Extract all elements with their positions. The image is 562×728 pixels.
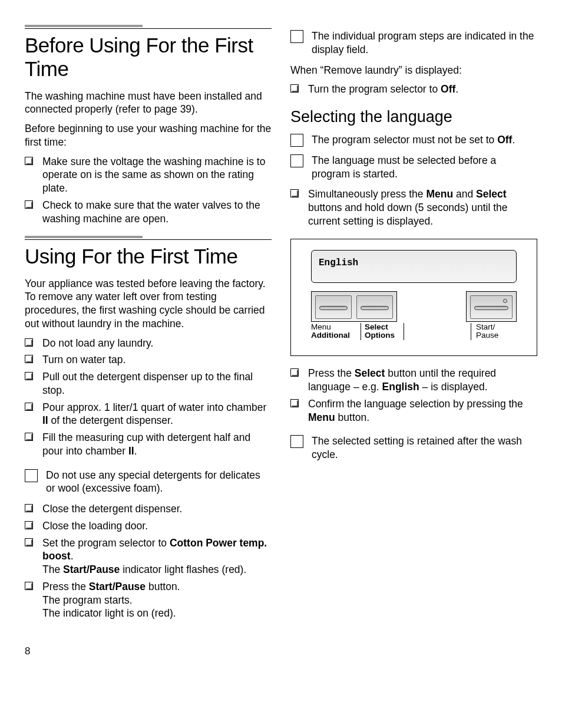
list-item: Simultaneously press the Menu and Select…: [290, 187, 537, 228]
heading-using-first-time: Using For the First Time: [25, 245, 272, 268]
list-item: Do not load any laundry.: [25, 337, 272, 350]
list-item: Check to make sure that the water valves…: [25, 199, 272, 226]
thin-rule: [25, 28, 272, 29]
button-group-left: [311, 291, 397, 322]
note-icon: [25, 469, 38, 482]
checklist: Make sure the voltage the washing machin…: [25, 155, 272, 226]
label-menu: MenuAdditional: [311, 323, 356, 341]
checklist: Press the Select button until the requir…: [290, 367, 537, 424]
label-start-pause: Start/Pause: [471, 323, 517, 341]
lcd-display: English: [311, 250, 517, 283]
list-item: Make sure the voltage the washing machin…: [25, 155, 272, 195]
list-item: Fill the measuring cup with detergent ha…: [25, 431, 272, 458]
note: The individual program steps are indicat…: [290, 29, 537, 57]
button-labels: MenuAdditional SelectOptions Start/Pause: [305, 322, 523, 341]
paragraph: The washing machine must have been insta…: [25, 90, 272, 117]
checklist: Close the detergent dispenser. Close the…: [25, 502, 272, 620]
page-number: 8: [25, 645, 537, 658]
led-icon: [503, 299, 507, 303]
note: The selected setting is retained after t…: [290, 434, 537, 462]
list-item: Press the Select button until the requir…: [290, 367, 537, 394]
list-item: Press the Start/Pause button.The program…: [25, 580, 272, 620]
note-icon: [290, 154, 303, 167]
button-group-right: [466, 291, 517, 322]
control-panel-diagram: English MenuAdditional SelectOptions Sta…: [290, 239, 537, 357]
list-item: Confirm the language selection by pressi…: [290, 397, 537, 424]
list-item: Turn the program selector to Off.: [290, 83, 537, 96]
thin-rule: [25, 239, 272, 240]
list-item: Turn on water tap.: [25, 353, 272, 367]
note: The language must be selected before a p…: [290, 154, 537, 181]
heading-before-first-use: Before Using For the First Time: [25, 34, 272, 81]
list-item: Close the detergent dispenser.: [25, 502, 272, 516]
lcd-text: English: [319, 258, 358, 268]
list-item: Close the loading door.: [25, 519, 272, 533]
section-rule: [25, 25, 143, 27]
checklist: Do not load any laundry. Turn on water t…: [25, 337, 272, 458]
note-text: The individual program steps are indicat…: [312, 30, 534, 55]
checklist: Turn the program selector to Off.: [290, 83, 537, 96]
paragraph: Before beginning to use your washing mac…: [25, 122, 272, 149]
list-item: Set the program selector to Cotton Power…: [25, 536, 272, 577]
note-icon: [290, 134, 303, 147]
note-text: The language must be selected before a p…: [312, 154, 496, 180]
note-icon: [290, 30, 303, 43]
note-icon: [290, 435, 303, 448]
section-rule: [25, 236, 143, 238]
start-pause-button: [470, 295, 513, 319]
checklist: Simultaneously press the Menu and Select…: [290, 187, 537, 228]
paragraph: When “Remove laundry” is displayed:: [290, 64, 537, 77]
menu-button: [315, 295, 352, 319]
heading-selecting-language: Selecting the language: [290, 107, 537, 127]
note: The program selector must not be set to …: [290, 133, 537, 147]
section-using-first-time: Using For the First Time Your appliance …: [25, 236, 272, 620]
note: Do not use any special detergents for de…: [25, 469, 272, 496]
paragraph: Your appliance was tested before leaving…: [25, 277, 272, 331]
label-select: SelectOptions: [361, 323, 404, 341]
note-text: Do not use any special detergents for de…: [46, 469, 260, 495]
section-before-first-use: Before Using For the First Time The wash…: [25, 25, 272, 225]
select-button: [356, 295, 393, 319]
note-text: The selected setting is retained after t…: [312, 435, 522, 460]
note-text: The program selector must not be set to …: [312, 134, 515, 146]
button-row: [305, 291, 523, 322]
list-item: Pour approx. 1 liter/1 quart of water in…: [25, 401, 272, 428]
list-item: Pull out the detergent dispenser up to t…: [25, 370, 272, 397]
